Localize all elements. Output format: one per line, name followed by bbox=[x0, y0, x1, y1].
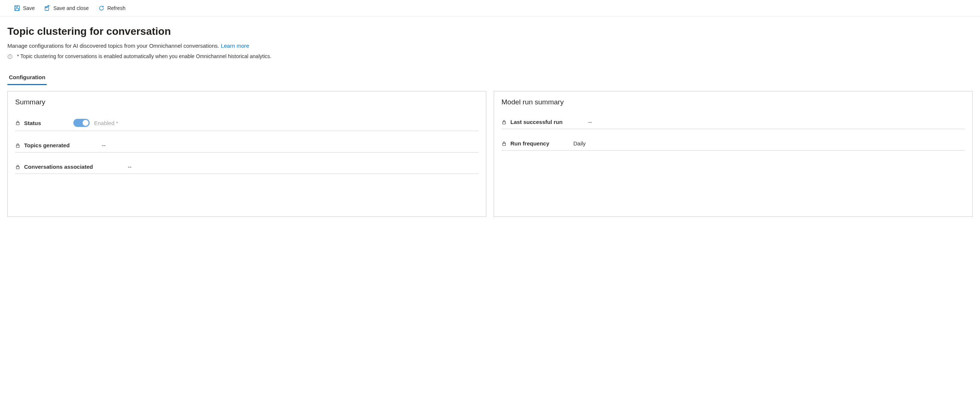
status-label: Status bbox=[24, 120, 63, 126]
svg-rect-1 bbox=[16, 8, 19, 11]
save-icon bbox=[14, 5, 20, 11]
conversations-associated-field: Conversations associated -- bbox=[15, 159, 479, 174]
refresh-button-label: Refresh bbox=[107, 5, 126, 11]
summary-panel-title: Summary bbox=[15, 98, 479, 106]
run-frequency-field: Run frequency Daily bbox=[501, 136, 965, 151]
status-field: Status Enabled * bbox=[15, 114, 479, 131]
conversations-associated-value: -- bbox=[128, 164, 132, 170]
info-note: * Topic clustering for conversations is … bbox=[7, 53, 973, 59]
run-frequency-value: Daily bbox=[573, 140, 585, 146]
topics-generated-value: -- bbox=[102, 142, 105, 148]
conversations-associated-label: Conversations associated bbox=[24, 164, 120, 170]
save-close-icon bbox=[45, 5, 50, 11]
save-and-close-button[interactable]: Save and close bbox=[44, 4, 90, 13]
refresh-button[interactable]: Refresh bbox=[98, 4, 126, 13]
svg-rect-10 bbox=[503, 143, 506, 145]
page-content: Topic clustering for conversation Manage… bbox=[0, 17, 980, 226]
subtitle-text: Manage configurations for AI discovered … bbox=[7, 43, 221, 49]
info-icon bbox=[7, 54, 13, 59]
lock-icon bbox=[15, 164, 21, 170]
refresh-icon bbox=[99, 5, 105, 11]
model-run-panel: Model run summary Last successful run --… bbox=[494, 91, 973, 217]
last-run-value: -- bbox=[588, 119, 592, 125]
lock-icon bbox=[501, 141, 507, 146]
command-bar: Save Save and close Refresh bbox=[0, 0, 980, 17]
save-button-label: Save bbox=[23, 5, 35, 11]
toggle-thumb bbox=[83, 120, 89, 126]
run-frequency-label: Run frequency bbox=[511, 140, 566, 146]
svg-rect-8 bbox=[16, 167, 19, 169]
lock-icon bbox=[15, 143, 21, 148]
tab-configuration[interactable]: Configuration bbox=[7, 70, 47, 85]
status-toggle[interactable] bbox=[73, 119, 90, 127]
topics-generated-label: Topics generated bbox=[24, 142, 94, 148]
topics-generated-field: Topics generated -- bbox=[15, 138, 479, 152]
info-note-text: * Topic clustering for conversations is … bbox=[17, 53, 272, 59]
last-run-label: Last successful run bbox=[511, 119, 581, 125]
page-title: Topic clustering for conversation bbox=[7, 25, 973, 37]
lock-icon bbox=[501, 119, 507, 125]
model-run-panel-title: Model run summary bbox=[501, 98, 965, 106]
page-subtitle: Manage configurations for AI discovered … bbox=[7, 43, 973, 49]
save-button[interactable]: Save bbox=[13, 4, 35, 13]
save-close-button-label: Save and close bbox=[53, 5, 89, 11]
status-value: Enabled * bbox=[94, 120, 118, 126]
tab-list: Configuration bbox=[7, 70, 973, 85]
learn-more-link[interactable]: Learn more bbox=[221, 43, 249, 49]
status-toggle-wrap: Enabled * bbox=[73, 119, 118, 127]
svg-rect-7 bbox=[16, 145, 19, 147]
last-run-field: Last successful run -- bbox=[501, 114, 965, 129]
svg-rect-6 bbox=[16, 122, 19, 125]
lock-icon bbox=[15, 120, 21, 125]
svg-point-5 bbox=[10, 56, 10, 56]
summary-panel: Summary Status Enabled * bbox=[7, 91, 486, 217]
panels-container: Summary Status Enabled * bbox=[7, 91, 973, 217]
svg-rect-9 bbox=[503, 122, 506, 124]
